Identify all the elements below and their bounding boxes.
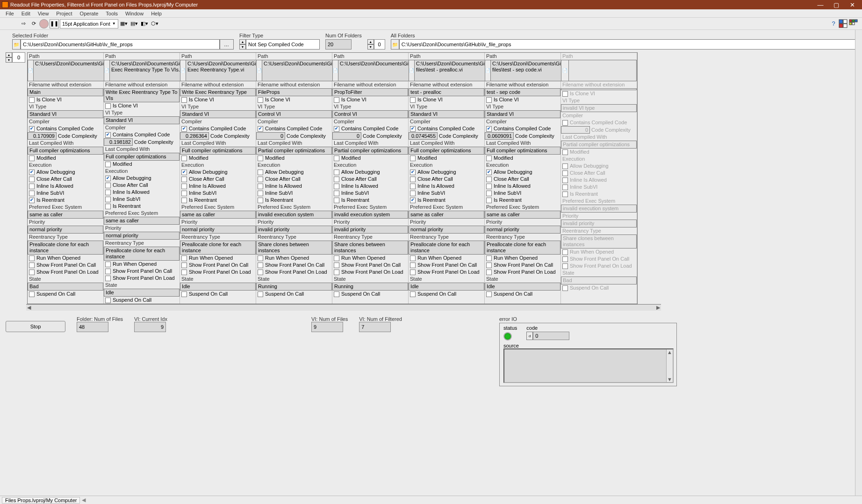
- priority-value: invalid priority: [256, 226, 332, 234]
- run-button[interactable]: ⇨: [19, 19, 28, 28]
- svg-rect-8: [852, 22, 855, 25]
- suspend-on-call-label: Suspend On Call: [417, 291, 456, 298]
- resize-menu[interactable]: ◧▾: [140, 19, 149, 28]
- help-button[interactable]: ?: [829, 19, 838, 28]
- reent-type-value: Share clones between instances: [256, 241, 332, 255]
- inline-allowed-label: Inline Is Allowed: [417, 183, 454, 190]
- menu-window[interactable]: Window: [122, 11, 147, 16]
- suspend-on-call-label: Suspend On Call: [570, 284, 609, 291]
- code-complexity-label: Code Complexity: [57, 133, 99, 139]
- vitype-label: VI Type: [104, 109, 180, 116]
- run-continuous-button[interactable]: ⟳: [29, 19, 38, 28]
- maximize-button[interactable]: ▢: [828, 0, 844, 9]
- modified-checkbox: [486, 156, 492, 161]
- priority-value: invalid priority: [332, 226, 408, 234]
- is-clone-label: Is Clone VI: [265, 96, 290, 103]
- statusbar-project-tab[interactable]: Files Props.lvproj/My Computer: [2, 497, 80, 504]
- distribute-menu[interactable]: ▤▾: [129, 19, 139, 28]
- folder-icon: 📁: [12, 39, 21, 50]
- show-fp-on-call-checkbox: [29, 263, 35, 268]
- main-vscrollbar[interactable]: [855, 30, 862, 496]
- close-button[interactable]: ✕: [844, 0, 860, 9]
- run-when-opened-checkbox: [105, 262, 111, 267]
- filter-type-spin[interactable]: ▲▼: [239, 39, 246, 50]
- allow-debugging-checkbox: [410, 170, 416, 175]
- array-idx[interactable]: 0: [12, 52, 25, 63]
- allow-debugging-label: Allow Debugging: [113, 175, 151, 182]
- stop-button[interactable]: Stop: [6, 321, 65, 332]
- menu-file[interactable]: File: [2, 11, 18, 16]
- palette-icon-2[interactable]: [849, 19, 858, 28]
- cluster-1: Path📄C:\Users\Dzoni\Documents\GitHub\lv_…: [104, 53, 180, 304]
- reent-type-label: Reentrancy Type: [409, 234, 484, 241]
- menu-tools[interactable]: Tools: [102, 11, 122, 16]
- pes-label: Preferred Exec System: [561, 198, 637, 205]
- array-idx-spin[interactable]: ▲▼: [6, 52, 12, 63]
- code-complexity-value: 0.0745455: [409, 132, 438, 140]
- vitype-value: Control VI: [256, 110, 332, 118]
- fne-label: Filename without extension: [180, 81, 256, 88]
- state-label: State: [409, 276, 484, 283]
- fne-value: Write Exec Reentrancy Type: [180, 88, 256, 96]
- pes-label: Preferred Exec System: [28, 204, 103, 211]
- font-selector[interactable]: 15pt Application Font▼: [60, 19, 118, 28]
- modified-label: Modified: [113, 161, 132, 168]
- is-clone-label: Is Clone VI: [113, 102, 138, 109]
- array-hscrollbar[interactable]: ◀▶: [26, 304, 661, 311]
- menu-view[interactable]: View: [34, 11, 53, 16]
- pes-label: Preferred Exec System: [180, 204, 256, 211]
- pes-label: Preferred Exec System: [409, 204, 484, 211]
- show-fp-on-load-label: Show Front Panel On Load: [265, 269, 327, 276]
- browse-selected-folder[interactable]: …: [220, 39, 234, 50]
- show-fp-on-load-label: Show Front Panel On Load: [417, 269, 480, 276]
- pes-value: same as caller: [104, 217, 180, 225]
- cluster-7: Path📄Filename without extensionIs Clone …: [561, 53, 637, 304]
- inline-subvi-checkbox: [334, 191, 339, 196]
- modified-checkbox: [29, 156, 35, 161]
- lcw-value: Full compiler optimizations: [28, 147, 103, 155]
- vitype-value: Control VI: [332, 110, 408, 118]
- folder-numfiles-value: 48: [77, 322, 108, 332]
- state-value: Idle: [104, 289, 180, 297]
- path-icon: 📄: [332, 60, 338, 81]
- pes-value: invalid execution system: [561, 205, 637, 213]
- run-when-opened-label: Run When Opened: [36, 255, 80, 262]
- menu-project[interactable]: Project: [52, 11, 76, 16]
- filter-type-select[interactable]: Not Sep Compiled Code: [246, 39, 320, 50]
- allow-debugging-label: Allow Debugging: [189, 169, 228, 176]
- contains-compiled-code-checkbox: [562, 120, 568, 126]
- abort-button[interactable]: [39, 19, 49, 28]
- vitype-value: Standard VI: [28, 110, 103, 118]
- compiler-label: Compiler: [180, 118, 256, 125]
- align-menu[interactable]: ▦▾: [119, 19, 129, 28]
- selected-folder-input[interactable]: C:\Users\Dzoni\Documents\GitHub\lv_file_…: [21, 39, 220, 50]
- svg-rect-6: [855, 20, 857, 22]
- contains-compiled-code-checkbox: [29, 126, 35, 132]
- vi-numfiles-value: 9: [311, 322, 343, 332]
- compiler-label: Compiler: [409, 118, 484, 125]
- error-source-scrollbar[interactable]: ▲▼: [666, 349, 673, 382]
- menu-edit[interactable]: Edit: [18, 11, 34, 16]
- pause-button[interactable]: ❚❚: [50, 19, 59, 28]
- allow-debugging-checkbox: [181, 170, 187, 175]
- compiler-label: Compiler: [561, 112, 637, 119]
- menu-operate[interactable]: Operate: [76, 11, 102, 16]
- palette-icon-1[interactable]: [839, 19, 848, 28]
- reorder-menu[interactable]: ⬡▾: [150, 19, 159, 28]
- top-controls: Selected Folder 📁 C:\Users\Dzoni\Documen…: [0, 30, 862, 50]
- all-folders-idx[interactable]: 0: [374, 39, 385, 50]
- is-clone-checkbox: [105, 103, 111, 109]
- inline-allowed-label: Inline Is Allowed: [341, 183, 378, 190]
- contains-compiled-code-label: Contains Compiled Code: [341, 125, 398, 132]
- show-fp-on-call-label: Show Front Panel On Call: [36, 262, 96, 269]
- vitype-label: VI Type: [28, 103, 103, 110]
- cluster-4: Path📄C:\Users\Dzoni\Documents\GitHub\lv_…: [332, 53, 409, 304]
- reent-type-value: Preallocate clone for each instance: [28, 241, 103, 255]
- modified-label: Modified: [341, 155, 361, 162]
- all-folders-idx-spin[interactable]: ▲▼: [367, 39, 374, 50]
- minimize-button[interactable]: —: [812, 0, 828, 9]
- inline-allowed-checkbox: [486, 184, 492, 189]
- allow-debugging-checkbox: [486, 170, 492, 175]
- menu-help[interactable]: Help: [147, 11, 165, 16]
- show-fp-on-call-checkbox: [105, 269, 111, 274]
